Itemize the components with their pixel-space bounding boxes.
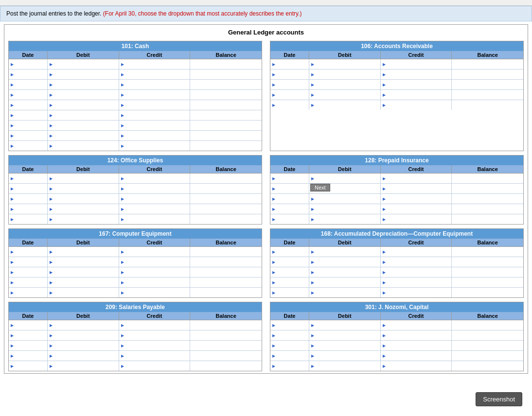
cell-credit[interactable] xyxy=(381,214,452,224)
cell-balance[interactable] xyxy=(190,214,262,224)
cell-date[interactable] xyxy=(9,341,48,350)
input-credit[interactable] xyxy=(125,216,188,222)
input-credit[interactable] xyxy=(125,196,188,202)
cell-debit[interactable] xyxy=(48,90,119,100)
input-debit[interactable] xyxy=(53,353,117,359)
cell-debit[interactable] xyxy=(309,100,381,110)
input-date[interactable] xyxy=(15,186,45,191)
cell-date[interactable] xyxy=(9,141,48,151)
cell-credit[interactable] xyxy=(381,173,452,183)
input-credit[interactable] xyxy=(125,332,188,338)
input-date[interactable] xyxy=(276,82,307,87)
input-date[interactable] xyxy=(276,186,307,191)
input-debit[interactable] xyxy=(315,279,378,285)
input-debit[interactable] xyxy=(53,82,117,87)
input-credit[interactable] xyxy=(387,206,450,212)
cell-credit[interactable] xyxy=(119,288,191,297)
cell-debit[interactable] xyxy=(309,361,381,371)
cell-debit[interactable]: Next xyxy=(309,184,381,193)
input-debit[interactable] xyxy=(53,343,117,348)
cell-credit[interactable] xyxy=(119,194,191,204)
input-balance[interactable] xyxy=(454,206,521,211)
cell-balance[interactable] xyxy=(452,173,523,183)
input-debit[interactable] xyxy=(315,290,378,295)
input-balance[interactable] xyxy=(454,102,521,107)
cell-balance[interactable] xyxy=(190,59,262,69)
cell-credit[interactable] xyxy=(119,341,191,350)
cell-credit[interactable] xyxy=(119,351,191,361)
input-date[interactable] xyxy=(15,82,45,87)
input-debit[interactable] xyxy=(315,82,378,87)
input-debit[interactable] xyxy=(315,343,378,348)
cell-debit[interactable] xyxy=(309,204,381,214)
input-credit[interactable] xyxy=(387,322,450,328)
input-debit[interactable] xyxy=(53,322,117,328)
input-balance[interactable] xyxy=(454,259,521,264)
cell-balance[interactable] xyxy=(452,267,523,277)
input-credit[interactable] xyxy=(125,133,188,139)
input-balance[interactable] xyxy=(192,185,260,191)
input-balance[interactable] xyxy=(192,269,260,275)
input-date[interactable] xyxy=(276,61,307,67)
cell-credit[interactable] xyxy=(381,330,452,340)
cell-balance[interactable] xyxy=(190,121,262,130)
input-date[interactable] xyxy=(15,290,45,295)
input-date[interactable] xyxy=(276,175,307,181)
cell-debit[interactable] xyxy=(309,90,381,100)
cell-balance[interactable] xyxy=(190,194,262,204)
cell-date[interactable] xyxy=(9,69,48,79)
input-debit[interactable] xyxy=(53,143,117,149)
cell-credit[interactable] xyxy=(381,288,452,297)
input-credit[interactable] xyxy=(125,279,188,285)
cell-debit[interactable] xyxy=(48,247,119,257)
input-date[interactable] xyxy=(276,269,307,275)
cell-debit[interactable] xyxy=(309,267,381,277)
input-balance[interactable] xyxy=(454,289,521,295)
cell-debit[interactable] xyxy=(309,330,381,340)
input-date[interactable] xyxy=(276,363,307,369)
input-balance[interactable] xyxy=(192,248,260,254)
input-balance[interactable] xyxy=(192,322,260,328)
input-balance[interactable] xyxy=(454,269,521,275)
cell-credit[interactable] xyxy=(381,277,452,287)
input-credit[interactable] xyxy=(387,186,450,191)
input-date[interactable] xyxy=(15,206,45,212)
cell-date[interactable] xyxy=(270,184,309,193)
cell-credit[interactable] xyxy=(119,247,191,257)
input-date[interactable] xyxy=(15,61,45,67)
cell-balance[interactable] xyxy=(190,341,262,350)
input-balance[interactable] xyxy=(192,279,260,285)
cell-debit[interactable] xyxy=(48,110,119,120)
input-credit[interactable] xyxy=(125,112,188,118)
input-balance[interactable] xyxy=(192,342,260,348)
cell-debit[interactable] xyxy=(48,184,119,193)
input-credit[interactable] xyxy=(125,353,188,359)
input-balance[interactable] xyxy=(454,363,521,368)
cell-credit[interactable] xyxy=(381,184,452,193)
cell-balance[interactable] xyxy=(452,277,523,287)
input-balance[interactable] xyxy=(454,185,521,191)
cell-credit[interactable] xyxy=(381,194,452,204)
input-date[interactable] xyxy=(276,249,307,255)
input-date[interactable] xyxy=(276,279,307,285)
input-debit[interactable] xyxy=(315,175,378,181)
cell-credit[interactable] xyxy=(381,341,452,350)
cell-balance[interactable] xyxy=(452,361,523,371)
input-credit[interactable] xyxy=(387,279,450,285)
cell-debit[interactable] xyxy=(48,69,119,79)
cell-credit[interactable] xyxy=(381,69,452,79)
input-date[interactable] xyxy=(15,71,45,77)
cell-date[interactable] xyxy=(270,267,309,277)
input-date[interactable] xyxy=(15,122,45,128)
input-debit[interactable] xyxy=(315,61,378,67)
cell-credit[interactable] xyxy=(119,320,191,330)
cell-date[interactable] xyxy=(9,194,48,204)
cell-balance[interactable] xyxy=(452,257,523,267)
input-date[interactable] xyxy=(276,196,307,202)
cell-date[interactable] xyxy=(9,214,48,224)
input-debit[interactable] xyxy=(315,259,378,265)
cell-balance[interactable] xyxy=(452,194,523,204)
cell-date[interactable] xyxy=(9,330,48,340)
input-date[interactable] xyxy=(15,332,45,338)
cell-balance[interactable] xyxy=(190,204,262,214)
